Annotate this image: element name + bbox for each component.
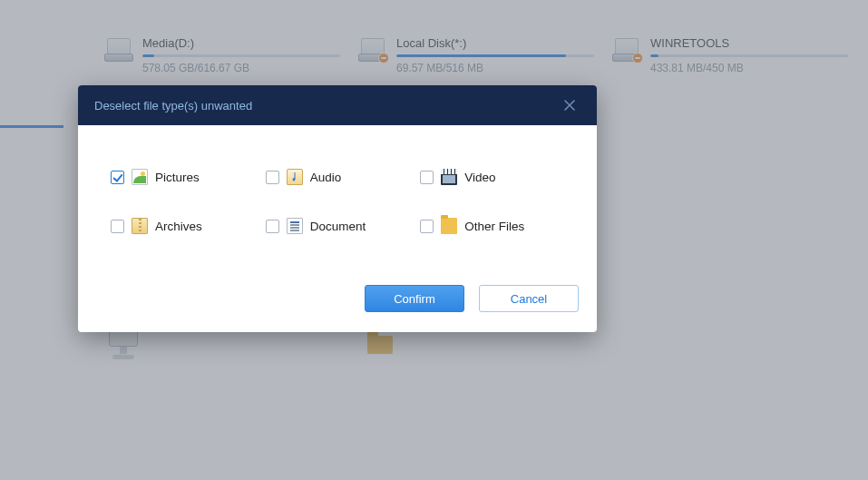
cancel-label: Cancel [511, 292, 547, 306]
filetype-label: Video [464, 171, 495, 184]
cancel-button[interactable]: Cancel [479, 285, 579, 312]
checkbox[interactable] [111, 220, 124, 233]
confirm-button[interactable]: Confirm [365, 285, 464, 312]
close-icon [563, 99, 576, 112]
filetype-label: Archives [155, 220, 202, 233]
filetype-label: Document [310, 220, 366, 233]
file-types-grid: Pictures Audio Video Archives Docume [111, 169, 564, 234]
filetype-label: Pictures [155, 171, 200, 184]
filetype-pictures[interactable]: Pictures [111, 169, 255, 185]
checkbox[interactable] [111, 171, 124, 184]
dialog-footer: Confirm Cancel [78, 285, 597, 332]
filetype-archives[interactable]: Archives [111, 218, 255, 234]
confirm-label: Confirm [394, 292, 435, 306]
file-type-dialog: Deselect file type(s) unwanted Pictures … [78, 85, 597, 332]
checkbox[interactable] [420, 220, 434, 233]
video-icon [441, 169, 457, 185]
archives-icon [132, 218, 148, 234]
filetype-audio[interactable]: Audio [266, 169, 410, 185]
other-files-icon [441, 218, 457, 234]
checkbox[interactable] [420, 171, 434, 184]
checkbox[interactable] [266, 220, 279, 233]
document-icon [287, 218, 303, 234]
filetype-label: Audio [310, 171, 342, 184]
dialog-title: Deselect file type(s) unwanted [94, 99, 252, 113]
dialog-header: Deselect file type(s) unwanted [78, 85, 597, 125]
filetype-other-files[interactable]: Other Files [420, 218, 564, 234]
audio-icon [287, 169, 303, 185]
checkbox[interactable] [266, 171, 279, 184]
filetype-video[interactable]: Video [420, 169, 564, 185]
close-button[interactable] [551, 85, 588, 125]
pictures-icon [132, 169, 148, 185]
filetype-label: Other Files [464, 220, 524, 233]
filetype-document[interactable]: Document [266, 218, 410, 234]
